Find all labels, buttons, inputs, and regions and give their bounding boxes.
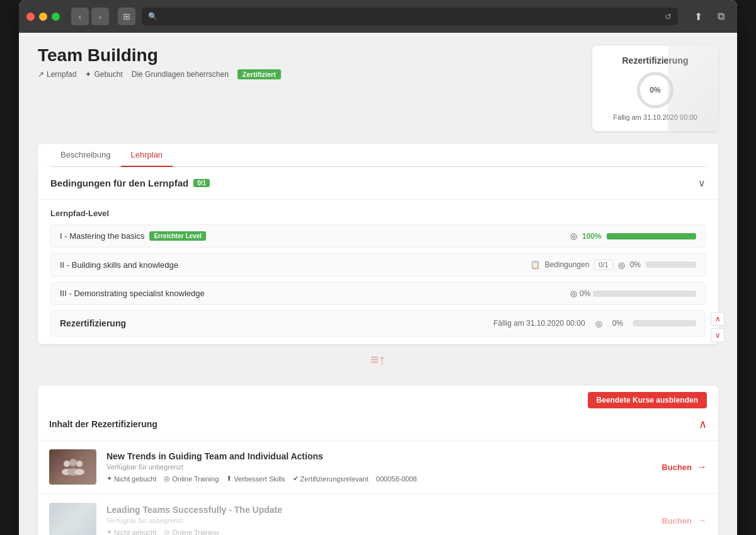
meta-not-booked-2: ✦ Nicht gebucht — [106, 528, 156, 535]
share-button[interactable]: ⬆ — [689, 8, 707, 25]
level-1-name: I - Mastering the basics Erreichter Leve… — [60, 231, 206, 241]
buchen-button-2[interactable]: Buchen — [662, 516, 692, 526]
section2-header: Inhalt der Rezertifizierung ∧ — [38, 408, 718, 440]
hide-btn-row: Beendete Kurse ausblenden — [38, 386, 718, 408]
header-left: Team Building ↗ Lernpfad ✦ Gebucht Die G… — [38, 45, 281, 79]
certified-badge: Zertifiziert — [238, 69, 281, 79]
conditions-badge: 0/1 — [193, 179, 210, 187]
course-2-meta: ✦ Nicht gebucht ◎ Online Training — [106, 528, 651, 535]
level-3-pct-area: ◎ 0% — [570, 289, 696, 298]
level-1-progress-area: ◎ 100% — [570, 231, 696, 241]
level-1-text: I - Mastering the basics — [60, 231, 144, 241]
rezert-row: Rezertifizierung Fällig am 31.10.2020 00… — [50, 310, 706, 337]
svg-point-7 — [66, 521, 81, 532]
svg-point-2 — [76, 461, 83, 467]
online-icon-1: ◎ — [164, 475, 170, 483]
svg-point-6 — [69, 511, 77, 519]
lernpfad-icon: ↗ — [38, 70, 44, 79]
course-item-1: New Trends in Guiding Team and Individua… — [38, 440, 718, 494]
gebucht-label: Gebucht — [94, 70, 122, 79]
meeting-icon — [60, 456, 86, 478]
meta-cert-1: ✔ Zertifizierungsrelevant — [293, 475, 369, 483]
scroll-down-button[interactable]: ∨ — [711, 328, 724, 342]
conditions-text-2: Bedingungen — [545, 260, 590, 269]
minimize-button[interactable] — [39, 13, 47, 21]
pct-label-3: 0% — [580, 289, 590, 298]
svg-point-0 — [64, 461, 70, 467]
conditions-chevron-icon[interactable]: ∨ — [698, 177, 706, 189]
person-icon — [60, 510, 86, 532]
course-2-thumbnail — [49, 503, 96, 535]
conditions-title-text: Bedingungen für den Lernpfad — [50, 178, 188, 188]
course-2-actions: Buchen → — [662, 515, 707, 526]
meta-online-1: ◎ Online Training — [164, 475, 219, 483]
meta-code-1: 000058-0008 — [376, 475, 417, 483]
level-1-progress-label: 100% — [582, 232, 602, 241]
meta-skills-1: ⬆ Verbessert Skills — [226, 475, 285, 483]
section2-expand-icon[interactable]: ∧ — [699, 417, 707, 431]
nav-buttons: ‹ › — [71, 8, 109, 25]
subtitle-label: Die Grundlagen beherrschen — [132, 70, 229, 79]
arrow-button-1[interactable]: → — [697, 461, 707, 473]
rezert-name: Rezertifizierung — [60, 318, 126, 328]
rezert-progress-bar — [633, 320, 696, 326]
level-row-1: I - Mastering the basics Erreichter Leve… — [50, 224, 706, 248]
hide-courses-button[interactable]: Beendete Kurse ausblenden — [588, 392, 707, 408]
level-2-text: II - Building skills and knowledge — [60, 260, 178, 270]
not-booked-icon-1: ✦ — [106, 475, 112, 483]
course-1-actions: Buchen → — [662, 461, 707, 473]
scroll-buttons: ∧ ∨ — [711, 312, 724, 342]
main-card: Bedingungen für den Lernpfad 0/1 ∨ Lernp… — [38, 167, 718, 344]
buchen-button-1[interactable]: Buchen — [662, 463, 692, 472]
svg-point-5 — [74, 469, 84, 475]
search-icon: 🔍 — [148, 12, 158, 21]
not-booked-label-2: Nicht gebucht — [114, 529, 156, 536]
course-item-2: Leading Teams Successfully - The Update … — [38, 494, 718, 535]
forward-button[interactable]: › — [91, 8, 109, 25]
level-1-progress-bar — [607, 233, 696, 239]
maximize-button[interactable] — [52, 13, 60, 21]
tab-beschreibung[interactable]: Beschreibung — [50, 144, 121, 167]
reload-icon[interactable]: ↺ — [665, 12, 672, 21]
lernpfad-item: ↗ Lernpfad — [38, 70, 76, 79]
separator-icon: ≡↑ — [370, 352, 386, 367]
course-1-meta: ✦ Nicht gebucht ◎ Online Training ⬆ Verb… — [106, 475, 651, 483]
tabs-container: Beschreibung Lehrplan — [38, 144, 718, 167]
browser-actions: ⬆ ⧉ — [689, 8, 730, 25]
conditions-count-2: 0/1 — [594, 260, 612, 270]
course-1-info: New Trends in Guiding Team and Individua… — [106, 451, 651, 483]
address-bar[interactable]: 🔍 ↺ — [142, 8, 678, 25]
level-section-title: Lernpfad-Level — [50, 209, 706, 218]
course-1-availability: Verfügbar für unbegrenzt — [106, 463, 651, 471]
pct-icon-2: ◎ — [618, 260, 625, 270]
level-2-name: II - Building skills and knowledge — [60, 260, 178, 270]
back-button[interactable]: ‹ — [71, 8, 89, 25]
lernpfad-label: Lernpfad — [47, 70, 76, 79]
fullscreen-button[interactable]: ⧉ — [712, 8, 730, 25]
close-button[interactable] — [26, 13, 35, 21]
course-2-title: Leading Teams Successfully - The Update — [106, 505, 651, 515]
conditions-title: Bedingungen für den Lernpfad 0/1 — [50, 178, 210, 188]
scroll-up-button[interactable]: ∧ — [711, 312, 724, 326]
cert-icon-1: ✔ — [293, 475, 299, 483]
rezert-due: Fällig am 31.10.2020 00:00 — [493, 319, 585, 328]
browser-window: ‹ › ⊞ 🔍 ↺ ⬆ ⧉ Team Building ↗ Lernpfad — [19, 0, 737, 535]
page-title: Team Building — [38, 45, 281, 66]
course-1-thumbnail — [49, 449, 96, 485]
recert-bg — [668, 45, 718, 131]
rezert-pct: 0% — [612, 319, 623, 328]
page-content: Team Building ↗ Lernpfad ✦ Gebucht Die G… — [19, 33, 737, 535]
level-1-badge: Erreichter Level — [149, 231, 206, 241]
online-icon-2: ◎ — [164, 528, 170, 535]
skills-label-1: Verbessert Skills — [234, 475, 285, 483]
section2-title: Inhalt der Rezertifizierung — [49, 419, 158, 429]
sidebar-toggle-button[interactable]: ⊞ — [118, 8, 135, 25]
level-section: Lernpfad-Level I - Mastering the basics … — [38, 200, 718, 344]
level-1-progress-fill — [607, 233, 696, 239]
pct-icon-3: ◎ — [570, 289, 577, 298]
course-2-info: Leading Teams Successfully - The Update … — [106, 505, 651, 535]
svg-point-1 — [69, 459, 77, 466]
tab-lehrplan[interactable]: Lehrplan — [121, 144, 173, 167]
gebucht-icon: ✦ — [85, 70, 91, 79]
arrow-button-2[interactable]: → — [697, 515, 707, 526]
